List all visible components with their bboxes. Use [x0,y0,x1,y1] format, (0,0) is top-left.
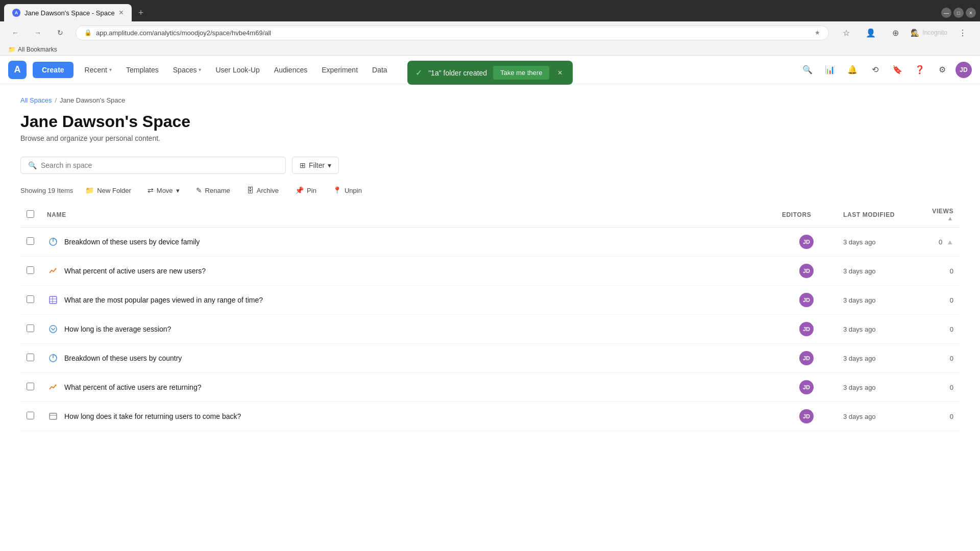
table-row: Breakdown of these users by country JD 3… [20,344,960,373]
select-all-checkbox[interactable] [27,210,34,218]
nav-user-lookup[interactable]: User Look-Up [208,56,266,84]
active-tab[interactable]: A Jane Dawson's Space - Space × [4,4,132,21]
modified-text: 3 days ago [843,355,876,362]
create-button[interactable]: Create [33,62,74,78]
filter-label: Filter [309,161,325,169]
pin-button[interactable]: 📌 Pin [291,184,321,196]
minimize-btn[interactable]: — [941,8,951,18]
item-name[interactable]: What percent of active users are returni… [64,383,201,391]
modified-text: 3 days ago [843,267,876,275]
bookmark-nav-button[interactable]: 🔖 [888,61,906,79]
row-checkbox-6[interactable] [27,412,34,419]
forward-btn[interactable]: → [31,26,45,40]
bookmark-btn[interactable]: ☆ [837,23,855,42]
browser-chrome: A Jane Dawson's Space - Space × + — □ × … [0,0,980,56]
row-checkbox-1[interactable] [27,266,34,274]
history-button[interactable]: ⟲ [866,61,884,79]
user-avatar[interactable]: JD [955,62,972,78]
archive-button[interactable]: 🗄 Archive [242,184,283,196]
unpin-icon: 📍 [333,186,341,194]
item-icon-segmentation [47,352,59,364]
nav-audiences[interactable]: Audiences [267,56,314,84]
nav-data[interactable]: Data [365,56,395,84]
item-name[interactable]: How long is the average session? [64,325,171,333]
search-nav-button[interactable]: 🔍 [798,61,817,79]
col-header-modified[interactable]: LAST MODIFIED [837,203,919,228]
col-header-name[interactable]: NAME [41,203,776,228]
showing-count: Showing 19 Items [20,187,73,194]
new-folder-button[interactable]: 📁 New Folder [81,184,135,196]
filter-button[interactable]: ⊞ Filter ▾ [292,157,339,174]
item-name[interactable]: What percent of active users are new use… [64,267,206,275]
item-name[interactable]: How long does it take for returning user… [64,412,241,420]
settings-button[interactable]: ⚙ [933,61,951,79]
window-controls: — □ × [941,8,976,18]
tab-bar: A Jane Dawson's Space - Space × + — □ × [0,0,980,21]
maximize-btn[interactable]: □ [953,8,964,18]
move-button[interactable]: ⇄ Move ▾ [143,184,184,196]
item-name[interactable]: Breakdown of these users by device famil… [64,238,200,246]
app-logo[interactable]: A [8,61,27,79]
views-sort-icon[interactable]: ▲ [947,215,953,222]
help-button[interactable]: ❓ [911,61,929,79]
refresh-btn[interactable]: ↻ [53,26,67,40]
views-count: 0 [950,384,953,391]
close-btn[interactable]: × [966,8,976,18]
tab-close-btn[interactable]: × [119,8,124,17]
row-checkbox-4[interactable] [27,354,34,361]
toast-check-icon: ✓ [415,68,422,78]
modified-text: 3 days ago [843,413,876,420]
views-count: 0 [950,413,953,420]
filter-chevron-icon: ▾ [328,161,331,169]
browser-actions: ☆ 👤 ⊕ 🕵 Incognito ⋮ [837,23,972,42]
address-bar[interactable]: 🔒 app.amplitude.com/analytics/moodjoy2/s… [76,26,829,40]
rename-button[interactable]: ✎ Rename [192,184,234,196]
recent-chevron-icon: ▾ [109,67,112,72]
toast-action-button[interactable]: Take me there [493,66,549,80]
breadcrumb-separator: / [55,96,57,104]
notifications-button[interactable]: 🔔 [843,61,862,79]
scroll-up-icon: ▲ [946,238,953,246]
breadcrumb-all-spaces[interactable]: All Spaces [20,96,52,104]
menu-btn[interactable]: ⋮ [953,23,972,42]
profile-btn[interactable]: 👤 [862,23,880,42]
browser-controls: ← → ↻ 🔒 app.amplitude.com/analytics/mood… [0,21,980,44]
page-title: Jane Dawson's Space [20,112,960,131]
breadcrumb-current: Jane Dawson's Space [60,96,125,104]
editor-avatar: JD [799,351,814,365]
editor-avatar: JD [799,264,814,278]
col-header-editors[interactable]: EDITORS [776,203,837,228]
editor-avatar: JD [799,235,814,249]
search-input[interactable] [41,161,278,169]
row-checkbox-0[interactable] [27,237,34,245]
toast-close-button[interactable]: × [556,68,565,78]
row-checkbox-5[interactable] [27,383,34,390]
back-btn[interactable]: ← [8,26,22,40]
filter-icon: ⊞ [300,161,306,169]
modified-text: 3 days ago [843,238,876,246]
search-icon: 🔍 [28,161,37,169]
item-name[interactable]: What are the most popular pages viewed i… [64,296,263,304]
row-checkbox-3[interactable] [27,324,34,332]
item-name[interactable]: Breakdown of these users by country [64,354,182,362]
incognito-badge: 🕵 Incognito [911,29,947,37]
extensions-btn[interactable]: ⊕ [886,23,904,42]
analytics-button[interactable]: 📊 [821,61,839,79]
table-row: What are the most popular pages viewed i… [20,286,960,315]
unpin-button[interactable]: 📍 Unpin [329,184,366,196]
nav-spaces[interactable]: Spaces ▾ [166,56,209,84]
row-checkbox-2[interactable] [27,295,34,303]
nav-recent[interactable]: Recent ▾ [78,56,119,84]
nav-templates[interactable]: Templates [119,56,166,84]
search-box[interactable]: 🔍 [20,157,286,174]
new-tab-btn[interactable]: + [134,6,148,20]
item-icon-retention [47,265,59,277]
modified-text: 3 days ago [843,325,876,333]
editor-avatar: JD [799,409,814,423]
nav-experiment[interactable]: Experiment [314,56,365,84]
editor-avatar: JD [799,322,814,336]
url-text: app.amplitude.com/analytics/moodjoy2/spa… [96,29,811,37]
content-table: NAME EDITORS LAST MODIFIED VIEWS ▲ [20,203,960,431]
views-count: 0 [950,325,953,333]
svg-point-6 [50,325,57,333]
